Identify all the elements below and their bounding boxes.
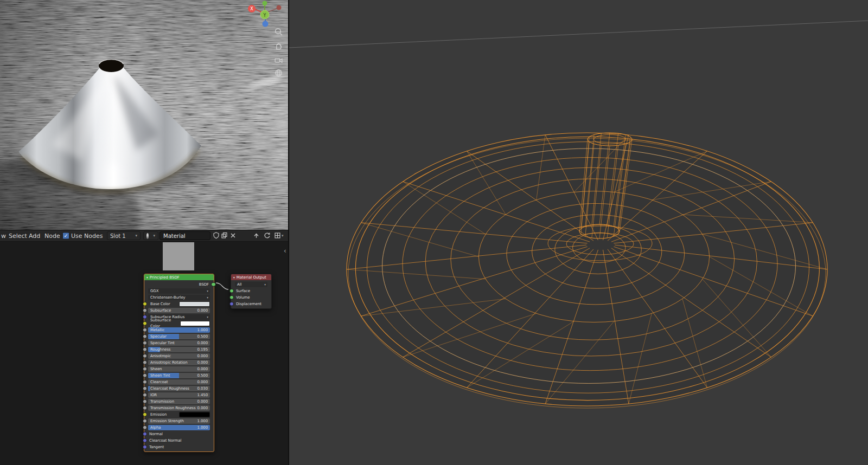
menu-select[interactable]: Select (9, 232, 27, 240)
unlink-x-icon[interactable] (229, 232, 237, 240)
principled-ior[interactable]: IOR1.450 (148, 392, 210, 398)
principled-subsurface-color[interactable]: Subsurface Color (148, 321, 210, 327)
material-preview-viewport[interactable]: X Y (0, 0, 288, 230)
vector-socket[interactable] (143, 432, 148, 437)
row-value: 0.195 (197, 347, 208, 353)
float-socket[interactable] (143, 334, 148, 339)
pan-hand-icon[interactable] (274, 41, 283, 50)
principled-ggx[interactable]: GGX▾ (148, 288, 210, 294)
float-socket[interactable] (143, 380, 148, 385)
float-socket[interactable] (143, 393, 148, 398)
gizmo-neg-z-axis[interactable] (263, 21, 269, 27)
float-socket[interactable] (143, 360, 148, 365)
principled-sheen-tint[interactable]: Sheen Tint0.500 (148, 373, 210, 379)
bsdf-output-label: BSDF (199, 282, 209, 288)
principled-transmission-roughness[interactable]: Transmission Roughness0.000 (148, 405, 210, 411)
bsdf-output-socket[interactable] (211, 282, 216, 287)
menu-node[interactable]: Node (44, 232, 60, 240)
color-swatch[interactable] (180, 321, 210, 327)
fake-user-shield-icon[interactable] (213, 232, 220, 240)
vector-socket[interactable] (229, 302, 234, 307)
output-surface[interactable]: Surface (235, 288, 267, 294)
gizmo-z-axis[interactable] (263, 1, 267, 6)
color-swatch[interactable] (179, 301, 210, 307)
principled-sheen[interactable]: Sheen0.000 (148, 366, 210, 372)
row-label: Volume (236, 295, 250, 301)
principled-node-header[interactable]: ▾ Principled BSDF (144, 274, 214, 280)
camera-icon[interactable] (274, 55, 283, 64)
principled-transmission[interactable]: Transmission0.000 (148, 399, 210, 405)
snapping-chevron-icon[interactable]: ▾ (282, 234, 284, 238)
browse-material-button[interactable]: ▾ (143, 231, 158, 240)
float-socket[interactable] (143, 425, 148, 430)
principled-emission-strength[interactable]: Emission Strength1.000 (148, 418, 210, 424)
material-output-node-header[interactable]: ▾ Material Output (231, 274, 271, 280)
wireframe-mesh (289, 0, 868, 465)
output-displacement[interactable]: Displacement (235, 301, 267, 307)
vector-socket[interactable] (143, 438, 148, 443)
gizmo-neg-x-axis[interactable] (277, 5, 282, 10)
vector-socket[interactable] (143, 445, 148, 450)
shader-socket[interactable] (229, 289, 234, 294)
float-socket[interactable] (143, 347, 148, 352)
float-socket[interactable] (143, 354, 148, 359)
collapse-triangle-icon[interactable]: ▾ (233, 276, 235, 279)
bsdf-output-row[interactable]: BSDF (148, 282, 210, 288)
output-volume[interactable]: Volume (235, 295, 267, 301)
use-nodes-checkbox[interactable]: ✓ (62, 232, 69, 240)
grid-sphere-icon[interactable] (274, 68, 283, 78)
refresh-icon[interactable] (264, 232, 271, 240)
material-output-node[interactable]: ▾ Material Output All▾SurfaceVolumeDispl… (231, 274, 272, 309)
navigation-gizmo[interactable]: X Y (244, 0, 286, 29)
viewport-3d[interactable] (288, 0, 868, 465)
principled-specular[interactable]: Specular0.500 (148, 334, 210, 340)
shader-node-editor[interactable]: ▾ Principled BSDF BSDF GGX▾Christensen-B… (0, 242, 288, 465)
material-name-field[interactable]: Material (159, 231, 210, 240)
color-socket[interactable] (143, 302, 148, 307)
float-socket[interactable] (143, 328, 148, 333)
principled-clearcoat-normal[interactable]: Clearcoat Normal (148, 438, 210, 444)
principled-bsdf-node[interactable]: ▾ Principled BSDF BSDF GGX▾Christensen-B… (144, 274, 214, 452)
collapse-triangle-icon[interactable]: ▾ (146, 276, 148, 279)
principled-clearcoat[interactable]: Clearcoat0.000 (148, 379, 210, 385)
float-socket[interactable] (143, 341, 148, 346)
principled-base-color[interactable]: Base Color (148, 301, 210, 307)
shader-socket[interactable] (229, 295, 234, 300)
principled-emission[interactable]: Emission (148, 412, 210, 418)
principled-subsurface[interactable]: Subsurface0.000 (148, 308, 210, 314)
color-socket[interactable] (143, 321, 148, 326)
row-label: Clearcoat (150, 379, 168, 385)
zoom-icon[interactable] (274, 27, 283, 36)
float-socket[interactable] (143, 373, 148, 378)
snapping-icon[interactable] (274, 232, 282, 240)
principled-anisotropic[interactable]: Anisotropic0.000 (148, 353, 210, 359)
output-all[interactable]: All▾ (235, 282, 267, 288)
float-socket[interactable] (143, 406, 148, 411)
float-socket[interactable] (143, 419, 148, 424)
principled-clearcoat-roughness[interactable]: Clearcoat Roughness0.030 (148, 386, 210, 392)
float-socket[interactable] (143, 399, 148, 404)
principled-normal[interactable]: Normal (148, 431, 210, 437)
slot-dropdown[interactable]: Slot 1 ▾ (107, 231, 141, 240)
float-socket[interactable] (143, 308, 148, 313)
color-swatch[interactable] (179, 412, 210, 418)
go-to-parent-icon[interactable] (253, 232, 260, 240)
menu-add[interactable]: Add (29, 232, 40, 240)
principled-node-title: Principled BSDF (150, 275, 180, 280)
principled-alpha[interactable]: Alpha1.000 (148, 425, 210, 431)
row-value: 0.000 (197, 308, 208, 314)
vector-socket[interactable] (143, 315, 148, 320)
use-nodes-label[interactable]: Use Nodes (71, 232, 103, 240)
principled-roughness[interactable]: Roughness0.195 (148, 347, 210, 353)
principled-christensen-burley[interactable]: Christensen-Burley▾ (148, 295, 210, 301)
principled-tangent[interactable]: Tangent (148, 444, 210, 450)
new-material-copy-icon[interactable] (221, 232, 228, 240)
float-socket[interactable] (143, 386, 148, 391)
float-socket[interactable] (143, 367, 148, 372)
principled-specular-tint[interactable]: Specular Tint0.000 (148, 340, 210, 346)
color-socket[interactable] (143, 412, 148, 417)
row-label: Roughness (150, 347, 170, 353)
principled-anisotropic-rotation[interactable]: Anisotropic Rotation0.000 (148, 360, 210, 366)
region-toggle-arrow[interactable]: ‹ (284, 247, 286, 254)
menu-view[interactable]: w (1, 232, 6, 240)
